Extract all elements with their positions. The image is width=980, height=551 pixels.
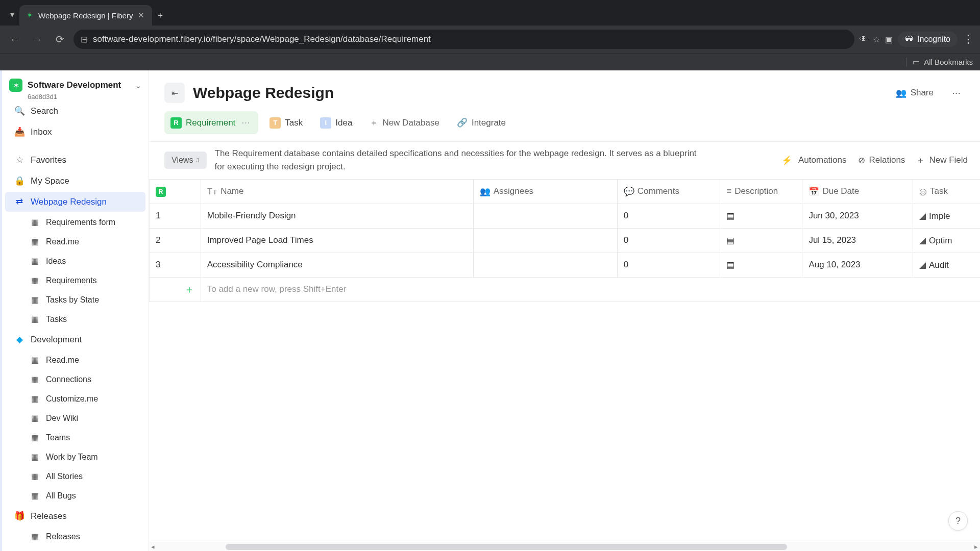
- chevron-down-icon[interactable]: ⌄: [135, 81, 141, 90]
- cell-comments[interactable]: 0: [617, 228, 720, 253]
- bookmark-star-icon[interactable]: ☆: [873, 35, 880, 44]
- cell-assignees[interactable]: [473, 253, 617, 277]
- sidebar-search[interactable]: 🔍 Search: [5, 101, 145, 121]
- cell-task[interactable]: ◢Imple: [913, 204, 981, 228]
- cell-comments[interactable]: 0: [617, 204, 720, 228]
- col-header-badge[interactable]: R: [150, 179, 201, 204]
- col-header-description[interactable]: ≡Description: [720, 179, 802, 204]
- sidebar-inbox[interactable]: 📥 Inbox: [5, 122, 145, 142]
- sidebar-item[interactable]: ▦Releases: [5, 527, 145, 546]
- sidebar-item[interactable]: ▦All Stories: [5, 467, 145, 486]
- col-header-task[interactable]: ◎Task: [913, 179, 981, 204]
- row-number: 1: [150, 204, 201, 228]
- panel-icon[interactable]: ▣: [885, 35, 893, 44]
- scroll-left-icon[interactable]: ◂: [151, 543, 155, 550]
- url-input[interactable]: ⊟ software-development.fibery.io/fibery/…: [74, 30, 854, 49]
- incognito-badge[interactable]: 🕶 Incognito: [898, 32, 958, 47]
- sidebar-item[interactable]: ▦Requirements: [5, 271, 145, 290]
- cell-assignees[interactable]: [473, 228, 617, 253]
- col-header-due-date[interactable]: 📅Due Date: [802, 179, 913, 204]
- cell-assignees[interactable]: [473, 204, 617, 228]
- view-icon: ▦: [30, 314, 40, 324]
- sidebar-item[interactable]: ▦Teams: [5, 428, 145, 447]
- cell-due-date[interactable]: Aug 10, 2023: [802, 253, 913, 277]
- db-tab-idea[interactable]: I Idea: [314, 113, 358, 133]
- new-database-button[interactable]: ＋ New Database: [363, 113, 446, 133]
- database-tabs: R Requirement ⋯ T Task I Idea ＋ New Data…: [149, 111, 980, 141]
- new-tab-button[interactable]: ＋: [152, 7, 168, 23]
- fibery-favicon-icon: ✶: [27, 11, 33, 20]
- sidebar-item[interactable]: ▦Tasks: [5, 310, 145, 329]
- scroll-right-icon[interactable]: ▸: [974, 543, 978, 550]
- col-header-name[interactable]: TᴛName: [201, 179, 473, 204]
- sidebar-item[interactable]: ▦Customize.me: [5, 389, 145, 408]
- row-number: 3: [150, 253, 201, 277]
- cell-due-date[interactable]: Jun 30, 2023: [802, 204, 913, 228]
- cell-name[interactable]: Accessibility Compliance: [201, 253, 473, 277]
- new-field-button[interactable]: ＋ New Field: [916, 155, 968, 166]
- sidebar-item[interactable]: ▦Tasks by State: [5, 290, 145, 309]
- sidebar-space-webpage-redesign[interactable]: ⇄ Webpage Redesign: [5, 192, 145, 212]
- link-icon: 🔗: [457, 117, 468, 128]
- sidebar-my-space[interactable]: 🔒 My Space: [5, 171, 145, 191]
- workspace-icon: ✶: [9, 79, 22, 92]
- db-tab-task[interactable]: T Task: [263, 113, 309, 133]
- col-header-assignees[interactable]: 👥Assignees: [473, 179, 617, 204]
- help-button[interactable]: ?: [948, 511, 968, 531]
- col-header-comments[interactable]: 💬Comments: [617, 179, 720, 204]
- sidebar-space-development[interactable]: ◆ Development: [5, 330, 145, 349]
- browser-menu-icon[interactable]: ⋮: [963, 33, 974, 46]
- collapse-sidebar-button[interactable]: ⇤: [164, 83, 185, 103]
- db-tab-requirement[interactable]: R Requirement ⋯: [164, 111, 258, 134]
- cell-description[interactable]: ▤: [720, 253, 802, 277]
- scrollbar-thumb[interactable]: [226, 544, 787, 550]
- all-bookmarks-link[interactable]: All Bookmarks: [924, 58, 973, 66]
- sidebar-favorites[interactable]: ☆ Favorites: [5, 150, 145, 170]
- integrate-button[interactable]: 🔗 Integrate: [451, 113, 512, 132]
- views-button[interactable]: Views 3: [164, 152, 207, 169]
- sidebar-item[interactable]: ▦Connections: [5, 370, 145, 389]
- automations-button[interactable]: ⚡ Automations: [783, 155, 847, 166]
- views-count: 3: [196, 157, 199, 163]
- close-tab-icon[interactable]: ✕: [138, 11, 144, 20]
- browser-tab[interactable]: ✶ Webpage Redesign | Fibery ✕: [19, 5, 152, 26]
- forward-button[interactable]: →: [29, 31, 46, 48]
- sidebar-item[interactable]: ▦Work by Team: [5, 447, 145, 466]
- cell-name[interactable]: Improved Page Load Times: [201, 228, 473, 253]
- cell-comments[interactable]: 0: [617, 253, 720, 277]
- add-row[interactable]: ＋To add a new row, press Shift+Enter: [150, 277, 981, 302]
- sidebar-item[interactable]: ▦Ideas: [5, 252, 145, 270]
- back-button[interactable]: ←: [6, 31, 23, 48]
- table-scroll[interactable]: R TᴛName 👥Assignees 💬Comments ≡Descripti…: [149, 179, 980, 542]
- cell-due-date[interactable]: Jul 15, 2023: [802, 228, 913, 253]
- cell-description[interactable]: ▤: [720, 228, 802, 253]
- page-menu-button[interactable]: ⋯: [947, 85, 966, 102]
- relations-button[interactable]: ⊘ Relations: [858, 155, 905, 166]
- flag-icon: ◢: [919, 236, 926, 245]
- sidebar-space-releases[interactable]: 🎁 Releases: [5, 506, 145, 526]
- sidebar-item[interactable]: ▦All Bugs: [5, 486, 145, 505]
- sidebar-item[interactable]: ▦Read.me: [5, 232, 145, 251]
- site-info-icon[interactable]: ⊟: [81, 34, 88, 45]
- sidebar-item[interactable]: ▦Requirements form: [5, 213, 145, 232]
- cell-task[interactable]: ◢Optim: [913, 228, 981, 253]
- tab-more-icon[interactable]: ⋯: [239, 115, 252, 130]
- cell-task[interactable]: ◢Audit: [913, 253, 981, 277]
- eye-off-icon[interactable]: 👁: [860, 35, 868, 44]
- table-row[interactable]: 3Accessibility Compliance0▤Aug 10, 2023◢…: [150, 253, 981, 277]
- search-icon: 🔍: [14, 106, 24, 116]
- table-row[interactable]: 1Mobile-Friendly Design0▤Jun 30, 2023◢Im…: [150, 204, 981, 228]
- tab-dropdown-icon[interactable]: ▾: [5, 7, 19, 21]
- text-icon: Tᴛ: [207, 187, 217, 196]
- sidebar-item[interactable]: ▦Dev Wiki: [5, 409, 145, 428]
- inbox-icon: 📥: [14, 127, 24, 137]
- share-button[interactable]: 👥 Share: [891, 85, 939, 102]
- cell-name[interactable]: Mobile-Friendly Design: [201, 204, 473, 228]
- reload-button[interactable]: ⟳: [51, 31, 68, 48]
- horizontal-scrollbar[interactable]: ◂ ▸: [149, 542, 980, 551]
- sidebar-item[interactable]: ▦Release Planning: [5, 546, 145, 551]
- cell-description[interactable]: ▤: [720, 204, 802, 228]
- sidebar-item[interactable]: ▦Read.me: [5, 350, 145, 369]
- workspace-switcher[interactable]: ✶ Software Development ⌄: [2, 76, 149, 95]
- table-row[interactable]: 2Improved Page Load Times0▤Jul 15, 2023◢…: [150, 228, 981, 253]
